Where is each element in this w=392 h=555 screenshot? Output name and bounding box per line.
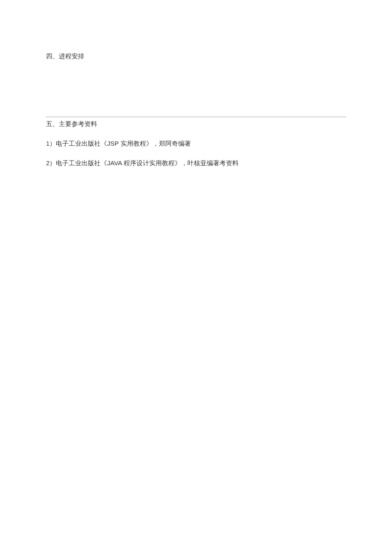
section-divider [46,117,346,117]
section-schedule: 四、进程安排 [46,51,346,61]
reference-item: 1）电子工业出版社《JSP 实用教程》，郑阿奇编著 [46,138,346,149]
document-content: 四、进程安排 五、主要参考资料 1）电子工业出版社《JSP 实用教程》，郑阿奇编… [0,0,392,168]
section-schedule-heading: 四、进程安排 [46,51,346,61]
section-references-heading: 五、主要参考资料 [46,119,346,129]
reference-item: 2）电子工业出版社《JAVA 程序设计实用教程》，叶核亚编著考资料 [46,158,346,168]
